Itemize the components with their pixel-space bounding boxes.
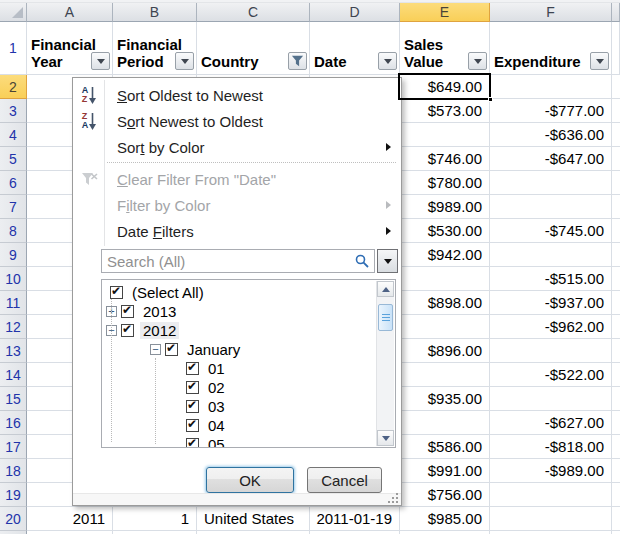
- cell-E11[interactable]: $898.00: [400, 291, 490, 315]
- cancel-button[interactable]: Cancel: [307, 467, 382, 493]
- row-header-13[interactable]: 13: [0, 339, 27, 363]
- row-header-14[interactable]: 14: [0, 363, 27, 387]
- cell-F3[interactable]: -$777.00: [490, 99, 612, 123]
- row-header-1[interactable]: 1: [0, 22, 27, 75]
- row-header-6[interactable]: 6: [0, 171, 27, 195]
- cell-F19[interactable]: [490, 483, 612, 507]
- cell-F2[interactable]: [490, 75, 612, 99]
- column-header-A[interactable]: A: [27, 3, 113, 22]
- column-header-C[interactable]: C: [197, 3, 310, 22]
- cell-E10[interactable]: [400, 267, 490, 291]
- tree-item-select-all[interactable]: (Select All): [102, 283, 395, 302]
- tree-item-january[interactable]: January: [102, 340, 395, 359]
- cell-E12[interactable]: [400, 315, 490, 339]
- tree-item-2013[interactable]: 2013: [102, 302, 395, 321]
- row-header-19[interactable]: 19: [0, 483, 27, 507]
- cell-F11[interactable]: -$937.00: [490, 291, 612, 315]
- row-header-11[interactable]: 11: [0, 291, 27, 315]
- checkbox-checked-icon[interactable]: [165, 343, 178, 356]
- filter-dropdown-button-sales[interactable]: [468, 52, 487, 70]
- cell-F14[interactable]: -$522.00: [490, 363, 612, 387]
- cell-E7[interactable]: $989.00: [400, 195, 490, 219]
- cell-E17[interactable]: $586.00: [400, 435, 490, 459]
- cell-E19[interactable]: $756.00: [400, 483, 490, 507]
- cell-F12[interactable]: -$962.00: [490, 315, 612, 339]
- row-header-9[interactable]: 9: [0, 243, 27, 267]
- cell-F5[interactable]: -$647.00: [490, 147, 612, 171]
- cell-E6[interactable]: $780.00: [400, 171, 490, 195]
- filter-active-button-country[interactable]: [288, 52, 307, 70]
- search-input[interactable]: [102, 253, 355, 270]
- tree-item-04[interactable]: 04: [102, 416, 395, 435]
- row-header-10[interactable]: 10: [0, 267, 27, 291]
- resize-grip-icon[interactable]: [388, 493, 398, 503]
- row-header-12[interactable]: 12: [0, 315, 27, 339]
- cell-E9[interactable]: $942.00: [400, 243, 490, 267]
- header-cell-financial-year[interactable]: Financial Year: [27, 22, 113, 75]
- cell-A20[interactable]: 2011: [27, 507, 113, 531]
- menu-item-sort-oldest[interactable]: AZ Sort Oldest to Newest: [73, 82, 400, 108]
- menu-item-filter-by-color[interactable]: Filter by Color: [73, 192, 400, 218]
- checkbox-checked-icon[interactable]: [121, 305, 134, 318]
- cell-B20[interactable]: 1: [113, 507, 197, 531]
- menu-item-clear-filter[interactable]: Clear Filter From "Date": [73, 166, 400, 192]
- tree-item-02[interactable]: 02: [102, 378, 395, 397]
- row-header-8[interactable]: 8: [0, 219, 27, 243]
- cell-F15[interactable]: [490, 387, 612, 411]
- row-header-7[interactable]: 7: [0, 195, 27, 219]
- checkbox-checked-icon[interactable]: [186, 362, 199, 375]
- cell-F18[interactable]: -$989.00: [490, 459, 612, 483]
- column-header-F[interactable]: F: [490, 3, 612, 22]
- cell-F13[interactable]: [490, 339, 612, 363]
- cell-E16[interactable]: [400, 411, 490, 435]
- cell-F17[interactable]: -$818.00: [490, 435, 612, 459]
- row-header-5[interactable]: 5: [0, 147, 27, 171]
- search-scope-dropdown-button[interactable]: [377, 249, 398, 273]
- cell-E4[interactable]: [400, 123, 490, 147]
- ok-button[interactable]: OK: [206, 467, 294, 493]
- cell-E2[interactable]: $649.00: [400, 75, 490, 99]
- tree-item-03[interactable]: 03: [102, 397, 395, 416]
- tree-item-2012[interactable]: 2012: [102, 321, 395, 340]
- checkbox-checked-icon[interactable]: [121, 324, 134, 337]
- menu-item-sort-newest[interactable]: ZA Sort Newest to Oldest: [73, 108, 400, 134]
- cell-F8[interactable]: -$745.00: [490, 219, 612, 243]
- row-header-18[interactable]: 18: [0, 459, 27, 483]
- cell-F7[interactable]: [490, 195, 612, 219]
- cell-E13[interactable]: $896.00: [400, 339, 490, 363]
- tree-item-05[interactable]: 05: [102, 435, 395, 448]
- row-header-17[interactable]: 17: [0, 435, 27, 459]
- select-all-corner[interactable]: [0, 3, 27, 22]
- cell-F20[interactable]: [490, 507, 612, 531]
- column-header-D[interactable]: D: [310, 3, 400, 22]
- filter-dropdown-button-expenditure[interactable]: [590, 52, 609, 70]
- cell-F16[interactable]: -$627.00: [490, 411, 612, 435]
- row-header-4[interactable]: 4: [0, 123, 27, 147]
- cell-E5[interactable]: $746.00: [400, 147, 490, 171]
- scroll-up-button[interactable]: [377, 281, 394, 297]
- menu-item-date-filters[interactable]: Date Filters: [73, 218, 400, 244]
- filter-dropdown-button-date[interactable]: [378, 52, 397, 70]
- row-header-20[interactable]: 20: [0, 507, 27, 531]
- cell-F4[interactable]: -$636.00: [490, 123, 612, 147]
- checkbox-checked-icon[interactable]: [186, 419, 199, 432]
- row-header-2[interactable]: 2: [0, 75, 27, 99]
- cell-F6[interactable]: [490, 171, 612, 195]
- tree-scrollbar[interactable]: [376, 281, 394, 446]
- column-header-B[interactable]: B: [113, 3, 197, 22]
- scroll-down-button[interactable]: [377, 430, 394, 446]
- checkbox-checked-icon[interactable]: [186, 400, 199, 413]
- menu-item-sort-by-color[interactable]: Sort by Color: [73, 134, 400, 160]
- filter-dropdown-button-period[interactable]: [175, 52, 194, 70]
- cell-E8[interactable]: $530.00: [400, 219, 490, 243]
- checkbox-checked-icon[interactable]: [186, 438, 199, 448]
- header-cell-expenditure[interactable]: Expenditure: [490, 22, 612, 75]
- checkbox-checked-icon[interactable]: [186, 381, 199, 394]
- header-cell-sales-value[interactable]: Sales Value: [400, 22, 490, 75]
- cell-D20[interactable]: 2011-01-19: [310, 507, 400, 531]
- column-header-E-selected[interactable]: E: [400, 3, 490, 22]
- cell-F10[interactable]: -$515.00: [490, 267, 612, 291]
- row-header-15[interactable]: 15: [0, 387, 27, 411]
- checkbox-checked-icon[interactable]: [110, 286, 123, 299]
- cell-E15[interactable]: $935.00: [400, 387, 490, 411]
